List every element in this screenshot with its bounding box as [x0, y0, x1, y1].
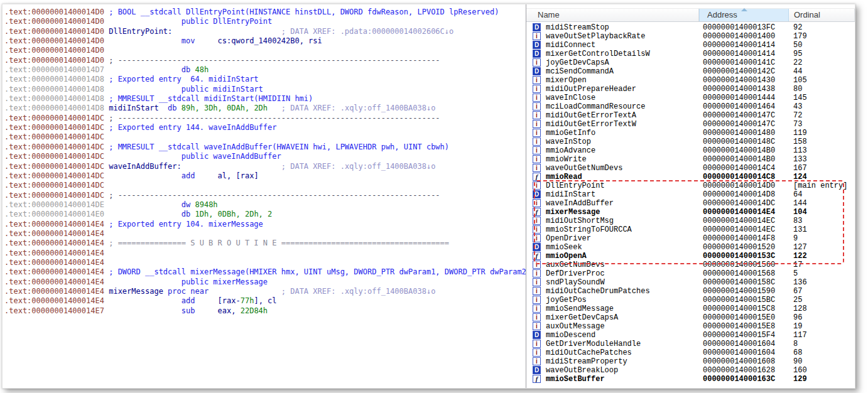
- disasm-line[interactable]: .text:00000001400014D8 ; Exported entry …: [4, 75, 527, 84]
- names-row[interactable]: DwaveOutBreakLoop0000000140001628160: [526, 366, 855, 375]
- names-row[interactable]: DmciSendCommandA000000014000142C44: [526, 67, 855, 76]
- names-row[interactable]: ijoyGetDevCapsA000000014000141C22: [526, 58, 855, 67]
- ordinal-cell: 124: [793, 173, 807, 181]
- names-row[interactable]: imidiOutCacheDrumPatches0000000140001590…: [526, 287, 855, 296]
- names-row[interactable]: fmixerMessage00000001400014E4104: [526, 208, 855, 217]
- info-icon: i: [533, 261, 541, 269]
- disasm-line[interactable]: .text:00000001400014E4 mixerMessage proc…: [4, 287, 527, 296]
- address-cell: 0000000140001414: [703, 41, 775, 50]
- names-row[interactable]: DmmioSeek0000000140001520127: [526, 243, 855, 252]
- names-row[interactable]: imixerGetDevCapsA00000001400015E096: [526, 313, 855, 322]
- names-row[interactable]: iwaveInAddBuffer00000001400014DC144: [526, 199, 855, 208]
- disasm-line[interactable]: .text:00000001400014DC: [4, 132, 527, 142]
- names-row[interactable]: imciLoadCommandResource00000001400014644…: [526, 102, 855, 111]
- name-cell: waveInStop: [546, 137, 591, 146]
- disasm-line[interactable]: .text:00000001400014DC waveInAddBuffer: …: [4, 162, 527, 171]
- disasm-line[interactable]: .text:00000001400014E4 ; Exported entry …: [4, 220, 527, 229]
- disasm-line[interactable]: .text:00000001400014D7 db 48h: [4, 65, 527, 75]
- disasm-line[interactable]: .text:00000001400014E4 ; ===============…: [4, 239, 527, 248]
- names-row[interactable]: DmmioDescend00000001400015F4117: [526, 331, 855, 340]
- names-row[interactable]: DmidiConnect000000014000141450: [526, 41, 855, 50]
- names-row[interactable]: immioGetInfo0000000140001480119: [526, 129, 855, 137]
- disasm-line[interactable]: .text:00000001400014E0 db 1Dh, 0DBh, 2Dh…: [4, 210, 527, 219]
- names-row[interactable]: DmidiStreamStop00000001400013FC92: [526, 23, 855, 32]
- names-row[interactable]: iauxOutMessage00000001400015E819: [526, 322, 855, 331]
- address-cell: 0000000140001464: [703, 102, 775, 111]
- names-row[interactable]: fmmioRead00000001400014C8124: [526, 173, 855, 181]
- ordinal-cell: 167: [793, 164, 807, 173]
- names-row[interactable]: imidiOutPrepareHeader000000014000143880: [526, 85, 855, 94]
- ordinal-cell: 104: [793, 208, 807, 217]
- disasm-line[interactable]: .text:00000001400014E7 sub eax, 22D84h: [4, 306, 527, 316]
- disasm-line[interactable]: .text:00000001400014E4 add [rax-77h], cl: [4, 296, 527, 306]
- disasm-line[interactable]: .text:00000001400014DC ; ---------------…: [4, 191, 527, 200]
- names-row[interactable]: iOpenDriver00000001400014F89: [526, 234, 855, 243]
- column-header-ordinal[interactable]: Ordinal: [789, 9, 855, 21]
- names-row[interactable]: imidiOutCachePatches000000014000160468: [526, 348, 855, 357]
- names-row[interactable]: fmmioSetBuffer000000014000163C129: [526, 375, 855, 384]
- names-row[interactable]: immioAdvance00000001400014B0113: [526, 146, 855, 155]
- disasm-line[interactable]: .text:00000001400014D0 ; ---------------…: [4, 56, 527, 65]
- disasm-line[interactable]: .text:00000001400014DC public waveInAddB…: [4, 152, 527, 161]
- names-row[interactable]: DmixerGetControlDetailsW0000000140001414…: [526, 50, 855, 58]
- names-row[interactable]: DmidiInStart00000001400014D864: [526, 190, 855, 199]
- names-row[interactable]: imidiStreamProperty000000014000160890: [526, 357, 855, 366]
- disasm-line[interactable]: .text:00000001400014E4: [4, 229, 527, 239]
- column-header-address[interactable]: Address: [699, 9, 789, 21]
- address-prefix: .text:00000001400014E4: [4, 267, 104, 276]
- disasm-line[interactable]: .text:00000001400014DC ; Exported entry …: [4, 123, 527, 132]
- names-row[interactable]: iwaveOutSetPlaybackRate00000001400014001…: [526, 32, 855, 41]
- disasm-line[interactable]: .text:00000001400014D0 ; BOOL __stdcall …: [4, 8, 527, 17]
- names-row[interactable]: iwaveInClose0000000140001444145: [526, 94, 855, 102]
- names-row[interactable]: isndPlaySoundW000000014000158C136: [526, 278, 855, 287]
- names-row[interactable]: iauxGetNumDevs000000014000156017: [526, 261, 855, 269]
- disasm-line[interactable]: .text:00000001400014E4: [4, 258, 527, 267]
- disasm-line[interactable]: .text:00000001400014D0: [4, 46, 527, 55]
- column-header-address-label: Address: [707, 10, 737, 19]
- disasm-line[interactable]: .text:00000001400014E4: [4, 249, 527, 258]
- names-row[interactable]: imixerOpen0000000140001430105: [526, 76, 855, 85]
- names-row[interactable]: ijoyGetPos00000001400015BC25: [526, 296, 855, 304]
- disasm-line[interactable]: .text:00000001400014DC ; ---------------…: [4, 114, 527, 123]
- data-icon: D: [533, 331, 541, 339]
- disasm-line[interactable]: .text:00000001400014D8 midiInStart db 89…: [4, 104, 527, 113]
- disasm-line[interactable]: .text:00000001400014DC: [4, 181, 527, 190]
- names-row[interactable]: immioWrite00000001400014B0133: [526, 155, 855, 164]
- disasm-line[interactable]: .text:00000001400014DC ; MMRESULT __stdc…: [4, 143, 527, 152]
- names-row[interactable]: iwaveInStop000000014000148C158: [526, 137, 855, 146]
- ordinal-cell: 144: [793, 199, 807, 208]
- disasm-line[interactable]: .text:00000001400014D8 ; MMRESULT __stdc…: [4, 94, 527, 104]
- disasm-line[interactable]: .text:00000001400014DC add al, [rax]: [4, 171, 527, 181]
- disasm-line[interactable]: .text:00000001400014D0 mov cs:qword_1400…: [4, 36, 527, 46]
- address-cell: 00000001400014D8: [703, 190, 775, 199]
- name-cell: sndPlaySoundW: [546, 278, 605, 287]
- column-header-name[interactable]: Name: [526, 9, 699, 21]
- names-row[interactable]: iGetDriverModuleHandle00000001400016048: [526, 340, 855, 348]
- disasm-line[interactable]: .text:00000001400014E4 public mixerMessa…: [4, 277, 527, 287]
- disasm-line[interactable]: .text:00000001400014DE dw 8948h: [4, 200, 527, 210]
- ordinal-cell: 158: [793, 137, 807, 146]
- names-row[interactable]: imidiOutShortMsg00000001400014EC83: [526, 217, 855, 225]
- disassembly-view[interactable]: .text:00000001400014D0 ; BOOL __stdcall …: [3, 4, 527, 388]
- names-row[interactable]: iwaveOutGetNumDevs00000001400014C4167: [526, 164, 855, 173]
- disasm-line[interactable]: .text:00000001400014D0 DllEntryPoint: ; …: [4, 27, 527, 36]
- disasm-line[interactable]: .text:00000001400014D8 public midiInStar…: [4, 85, 527, 94]
- names-row[interactable]: fmmioOpenA000000014000153C122: [526, 252, 855, 261]
- name-cell: DllEntryPoint: [546, 181, 605, 190]
- disasm-line[interactable]: .text:00000001400014E4 ; DWORD __stdcall…: [4, 267, 527, 277]
- address-prefix: .text:00000001400014DC: [4, 152, 104, 161]
- address-cell: 00000001400014E4: [703, 208, 775, 217]
- names-row[interactable]: imidiOutGetErrorTextA000000014000147C72: [526, 111, 855, 120]
- address-cell: 00000001400014C8: [703, 173, 775, 181]
- names-row[interactable]: iDefDriverProc00000001400015685: [526, 269, 855, 278]
- names-row[interactable]: immioSendMessage00000001400015C8128: [526, 304, 855, 313]
- address-prefix: .text:00000001400014DC: [4, 191, 104, 200]
- address-cell: 000000014000142C: [703, 67, 775, 76]
- disasm-line[interactable]: .text:00000001400014D0 public DllEntryPo…: [4, 17, 527, 26]
- names-row[interactable]: iDllEntryPoint00000001400014D0[main entr…: [526, 181, 855, 190]
- names-row[interactable]: immioStringToFOURCCA00000001400014EC131: [526, 225, 855, 234]
- names-row[interactable]: imidiOutGetErrorTextW000000014000147C73: [526, 120, 855, 129]
- info-icon: i: [533, 120, 541, 128]
- name-cell: mmioRead: [546, 173, 582, 181]
- name-cell: mmioAdvance: [546, 146, 595, 155]
